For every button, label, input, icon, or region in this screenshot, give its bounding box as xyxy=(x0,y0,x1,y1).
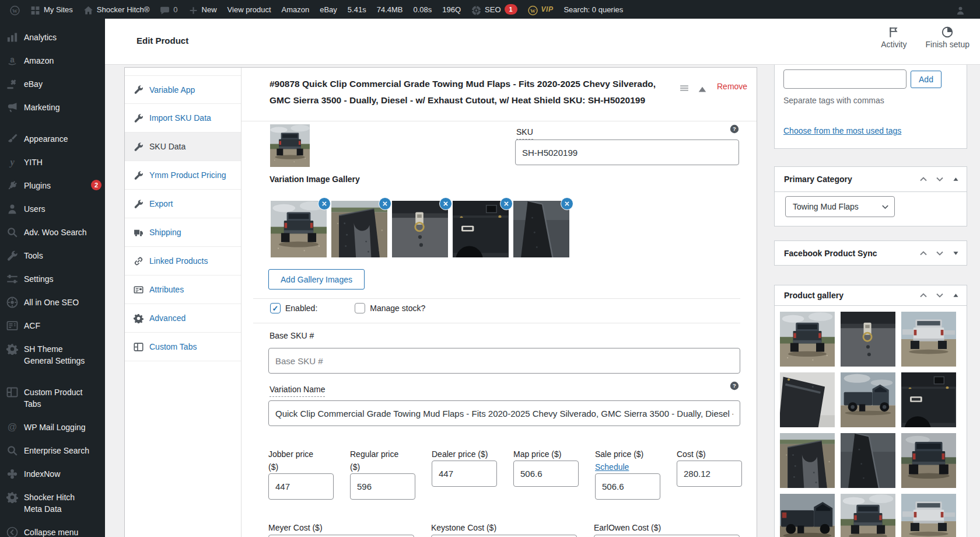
sku-input[interactable] xyxy=(515,140,739,165)
sidebar-item-shocker-hitch-meta-data[interactable]: Shocker HitchMeta Data xyxy=(0,486,105,521)
sidebar-item-plugins[interactable]: Plugins 2 xyxy=(0,174,105,197)
variation-remove-link[interactable]: Remove xyxy=(717,82,747,91)
earlowen-cost-input[interactable] xyxy=(594,535,740,537)
product-gallery-image-white-truck[interactable] xyxy=(901,312,956,367)
gallery-image-mud-flap-gravel[interactable] xyxy=(331,201,387,257)
activity-button[interactable]: Activity xyxy=(881,26,907,49)
remove-image-button[interactable] xyxy=(500,197,513,210)
choose-most-used-tags-link[interactable]: Choose from the most used tags xyxy=(783,126,901,135)
adminbar-seo[interactable]: SEO1 xyxy=(466,0,522,19)
collapse-panel-icon[interactable] xyxy=(952,176,960,183)
adminbar-view-product[interactable]: View product xyxy=(222,0,276,19)
sidebar-item-sh-theme-general-settings[interactable]: SH ThemeGeneral Settings xyxy=(0,337,105,372)
variation-collapse-icon[interactable] xyxy=(696,83,708,95)
add-tag-button[interactable]: Add xyxy=(911,71,942,88)
sidebar-item-indexnow[interactable]: IndexNow xyxy=(0,462,105,486)
sidebar-item-all-in-one-seo[interactable]: All in One SEO xyxy=(0,291,105,314)
product-gallery-image-flap-under-truck[interactable] xyxy=(901,372,956,427)
help-icon[interactable]: ? xyxy=(730,381,739,390)
sidebar-item-adv-woo-search[interactable]: Adv. Woo Search xyxy=(0,221,105,244)
sidebar-item-tools[interactable]: Tools xyxy=(0,244,105,267)
help-icon[interactable]: ? xyxy=(730,124,739,134)
enabled-checkbox[interactable]: ✓ xyxy=(270,303,281,313)
product-gallery-image-truck-side[interactable] xyxy=(841,372,895,427)
variation-drag-handle-icon[interactable] xyxy=(678,82,690,94)
map-price-input[interactable] xyxy=(513,461,579,487)
sidebar-item-custom-product-tabs[interactable]: Custom ProductTabs xyxy=(0,381,105,416)
adminbar-my-sites[interactable]: My Sites xyxy=(25,0,78,19)
sidebar-item-ebay[interactable]: eBay xyxy=(0,72,105,96)
remove-image-button[interactable] xyxy=(318,197,331,210)
move-down-icon[interactable] xyxy=(935,175,944,184)
adminbar-wp-logo[interactable]: W xyxy=(5,0,25,19)
finish-setup-button[interactable]: Finish setup xyxy=(926,26,970,49)
add-gallery-images-button[interactable]: Add Gallery Images xyxy=(268,269,365,290)
variation-image[interactable] xyxy=(270,124,310,167)
product-gallery-image-mud-flap-gravel[interactable] xyxy=(780,433,835,488)
product-gallery-image-white-truck[interactable] xyxy=(901,494,956,537)
remove-image-button[interactable] xyxy=(561,197,573,210)
remove-image-button[interactable] xyxy=(379,197,391,210)
variation-name-input[interactable] xyxy=(268,400,740,426)
dealer-price-input[interactable] xyxy=(432,461,497,487)
adminbar-amazon[interactable]: Amazon xyxy=(276,0,315,19)
tab-import-sku-data[interactable]: Import SKU Data xyxy=(125,104,241,132)
adminbar-current-site[interactable]: Shocker Hitch® xyxy=(78,0,155,19)
base-sku-input[interactable] xyxy=(268,348,740,374)
product-gallery-image-flap-edge[interactable] xyxy=(841,433,895,488)
sidebar-item-users[interactable]: Users xyxy=(0,197,105,221)
sidebar-item-marketing[interactable]: Marketing xyxy=(0,96,105,119)
product-gallery-image-truck-rear[interactable] xyxy=(780,312,835,367)
sidebar-item-wp-mail-logging[interactable]: @ WP Mail Logging xyxy=(0,416,105,439)
my-account-button[interactable] xyxy=(950,0,971,19)
product-gallery-image-truck-side-dark[interactable] xyxy=(780,494,835,537)
move-down-icon[interactable] xyxy=(935,249,944,258)
gallery-image-truck-rear[interactable] xyxy=(271,201,327,257)
sidebar-item-appearance[interactable]: Appearance xyxy=(0,127,105,151)
move-up-icon[interactable] xyxy=(919,175,928,184)
primary-category-select[interactable]: Towing Mud Flaps xyxy=(785,196,895,217)
sidebar-item-settings[interactable]: Settings xyxy=(0,267,105,291)
expand-panel-icon[interactable] xyxy=(952,249,960,257)
regular-price-input[interactable] xyxy=(350,473,415,500)
tab-advanced[interactable]: Advanced xyxy=(125,304,241,333)
sidebar-item-acf[interactable]: ACF xyxy=(0,314,105,337)
sidebar-item-analytics[interactable]: Analytics xyxy=(0,26,105,49)
adminbar-new-content[interactable]: New xyxy=(183,0,222,19)
new-tag-input[interactable] xyxy=(783,69,907,89)
gallery-image-flap-under-truck[interactable] xyxy=(453,201,509,257)
tab-attributes[interactable]: Attributes xyxy=(125,276,241,304)
adminbar-search-queries[interactable]: Search: 0 queries xyxy=(558,0,628,19)
gallery-image-mounting-bracket[interactable] xyxy=(392,201,448,257)
product-gallery-image-mounting-bracket[interactable] xyxy=(841,312,895,367)
tab-custom-tabs[interactable]: Custom Tabs xyxy=(125,333,241,361)
cost-input[interactable] xyxy=(677,461,742,487)
remove-image-button[interactable] xyxy=(439,197,452,210)
collapse-panel-icon[interactable] xyxy=(952,292,960,299)
tab-sku-data[interactable]: SKU Data xyxy=(125,132,241,161)
meyer-cost-input[interactable] xyxy=(268,535,414,537)
sidebar-item-enterprise-search[interactable]: Enterprise Search xyxy=(0,439,105,462)
tab-linked-products[interactable]: Linked Products xyxy=(125,247,241,276)
adminbar-comments[interactable]: 0 xyxy=(155,0,183,19)
sale-price-input[interactable] xyxy=(595,473,660,500)
manage-stock-checkbox[interactable] xyxy=(355,303,365,313)
adminbar-memory-usage[interactable]: 74.4MB xyxy=(372,0,408,19)
move-down-icon[interactable] xyxy=(935,291,944,300)
move-up-icon[interactable] xyxy=(919,291,928,300)
sidebar-item-yith[interactable]: y YITH xyxy=(0,151,105,174)
tab-variable-app[interactable]: Variable App xyxy=(125,75,241,104)
move-up-icon[interactable] xyxy=(919,249,928,258)
sidebar-item-amazon[interactable]: a Amazon xyxy=(0,49,105,72)
adminbar-php-time[interactable]: 0.08s xyxy=(408,0,437,19)
keystone-cost-input[interactable] xyxy=(431,535,577,537)
adminbar-load-time[interactable]: 5.41s xyxy=(342,0,372,19)
adminbar-query-count[interactable]: 196Q xyxy=(437,0,466,19)
adminbar-ebay[interactable]: eBay xyxy=(314,0,342,19)
jobber-price-input[interactable] xyxy=(268,473,334,500)
tab-shipping[interactable]: Shipping xyxy=(125,218,241,247)
product-gallery-image-mud-flap-light[interactable] xyxy=(780,372,835,427)
adminbar-wpvip[interactable]: WVIP xyxy=(523,0,559,19)
schedule-link[interactable]: Schedule xyxy=(595,461,660,473)
tab-export[interactable]: Export xyxy=(125,190,241,218)
